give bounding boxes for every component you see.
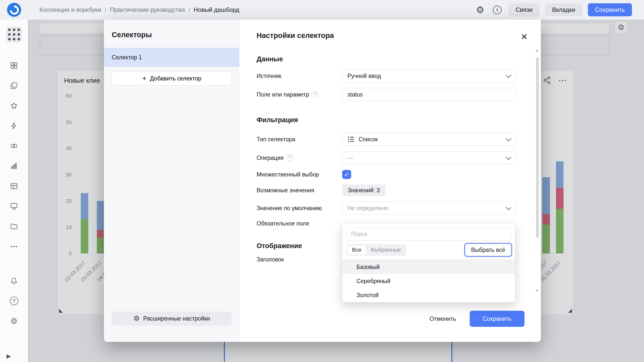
selector-type-row: Тип селектора Список [257,133,541,146]
field-input[interactable] [342,88,516,101]
default-value-select[interactable]: Не определено [342,202,516,215]
default-value-row: Значение по умолчанию Не определено [257,202,541,215]
sidebar-expand-icon[interactable]: ▶ [7,353,11,359]
tab-selected[interactable]: Выбранные [366,245,406,255]
sidebar-nav [10,61,18,251]
gear-icon: ⚙ [133,315,140,322]
multiple-choice-row: Множественный выбор ✓ [257,170,541,179]
monitor-icon [10,202,18,210]
check-icon: ✓ [344,171,349,178]
advanced-settings-button[interactable]: ⚙ Расширенные настройки [112,311,232,326]
selector-type-value: Список [358,136,378,143]
scrollbar-up-icon[interactable] [536,49,539,52]
dialog-footer: Отменить Сохранить [421,311,541,327]
sidebar-item-favorites[interactable] [10,101,18,110]
selectors-list-panel: Селекторы Селектор 1 + Добавить селектор… [104,20,239,342]
multiple-choice-checkbox[interactable]: ✓ [342,170,351,179]
dashboards-icon [10,61,18,70]
help-button[interactable]: ? [10,297,18,305]
dropdown-controls: Все Выбранные Выбрать всё [346,244,511,256]
datalens-logo-icon[interactable] [7,3,21,17]
possible-values-label: Возможные значения [257,187,342,194]
save-dashboard-button[interactable]: Сохранить [588,3,632,16]
source-value: Ручной ввод [347,73,381,79]
more-icon [10,242,18,251]
default-value-label: Значение по умолчанию [257,205,342,212]
sidebar-item-charts[interactable] [10,162,18,170]
field-row: Поле или параметр ? [257,88,541,101]
advanced-settings-label: Расширенные настройки [143,315,210,322]
sidebar-item-datasets[interactable] [10,182,18,190]
tabs-button[interactable]: Вкладки [545,3,582,16]
sidebar: ? ⚙ ▶ [0,20,28,362]
breadcrumb: Коллекции и воркбуки / Практические руко… [39,6,239,13]
values-count-chip[interactable]: Значений: 3 [342,185,385,196]
scrollbar-thumb[interactable] [536,57,539,238]
apps-grid-button[interactable] [6,26,22,42]
info-button[interactable]: i [491,4,503,16]
operation-select[interactable]: — [342,151,516,164]
topbar-actions: ⚙ i Связи Вкладки Сохранить [474,3,644,16]
sidebar-item-collections[interactable] [10,81,18,90]
sidebar-item-editor[interactable] [10,202,18,210]
list-type-icon [347,135,355,143]
collections-icon [10,81,18,90]
dropdown-option-gold[interactable]: Золотой [342,288,515,302]
notifications-button[interactable] [10,277,18,285]
dashboard-settings-gear-icon[interactable]: ⚙ [474,4,486,16]
multiple-choice-label: Множественный выбор [257,171,342,178]
breadcrumb-separator: / [188,6,190,13]
cancel-button[interactable]: Отменить [421,311,465,327]
breadcrumb-workbook[interactable]: Практические руководства [110,6,185,13]
operation-row: Операция ? — [257,151,541,164]
breadcrumb-separator: / [105,6,106,13]
chevron-down-icon [506,154,511,160]
operation-value: — [347,155,353,161]
sidebar-item-storage[interactable] [10,222,18,231]
operation-label: Операция [257,155,284,161]
select-all-button[interactable]: Выбрать всё [465,244,511,256]
required-field-label: Обязательное поле [257,220,342,227]
title-label: Заголовок [257,256,342,263]
dropdown-option-silver[interactable]: Серебряный [342,274,515,288]
star-icon [10,102,18,110]
help-icon[interactable]: ? [312,91,319,98]
sidebar-item-services[interactable] [10,142,18,150]
breadcrumb-collections[interactable]: Коллекции и воркбуки [39,6,101,13]
scrollbar-down-icon[interactable] [536,290,539,292]
selector-list-item[interactable]: Селектор 1 [104,48,239,67]
tab-all[interactable]: Все [347,245,366,255]
default-value-placeholder: Не определено [347,205,388,212]
dropdown-option-basic[interactable]: Базовый [342,260,515,274]
gear-icon: ⚙ [10,317,18,325]
bar-chart-icon [10,162,18,170]
gear-icon: ⚙ [476,5,484,15]
lightning-icon [10,122,18,130]
add-selector-button[interactable]: + Добавить селектор [112,71,232,85]
close-icon: ✕ [521,32,528,42]
chevron-down-icon [506,72,511,78]
connections-button[interactable]: Связи [508,3,539,16]
settings-button[interactable]: ⚙ [10,317,18,325]
sidebar-item-dashboards[interactable] [10,61,18,70]
close-button[interactable]: ✕ [519,31,530,42]
info-icon: i [493,6,502,14]
selectors-dialog: Селекторы Селектор 1 + Добавить селектор… [104,20,541,342]
sidebar-bottom: ? ⚙ [0,277,28,325]
help-icon[interactable]: ? [286,154,293,161]
help-icon: ? [10,297,18,305]
source-select[interactable]: Ручной ввод [342,69,516,82]
bell-icon [10,277,18,285]
selector-type-select[interactable]: Список [342,133,516,146]
dropdown-search-input[interactable] [346,228,511,241]
possible-values-row: Возможные значения Значений: 3 [257,185,541,196]
selector-type-label: Тип селектора [257,136,342,143]
chevron-down-icon [506,136,511,141]
save-selector-button[interactable]: Сохранить [470,311,525,327]
plus-icon: + [142,75,147,82]
sidebar-item-quick-actions[interactable] [10,121,18,130]
default-value-dropdown: Все Выбранные Выбрать всё Базовый Серебр… [342,223,515,302]
add-selector-label: Добавить селектор [150,75,201,82]
chevron-down-icon [506,205,511,210]
sidebar-item-more[interactable] [10,242,18,251]
